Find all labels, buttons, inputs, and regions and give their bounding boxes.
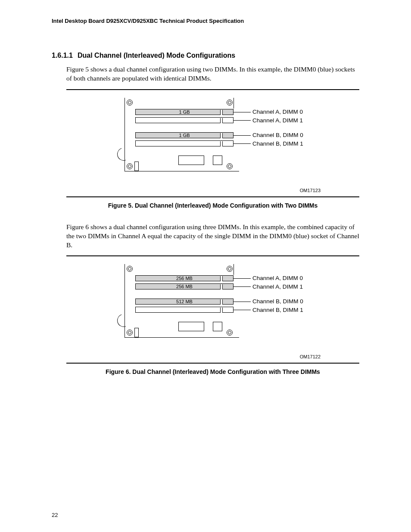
dimm-slot-a1: 256 MB xyxy=(135,283,234,289)
figure-id: OM17122 xyxy=(66,346,359,361)
dimm-slot-a0: 1 GB xyxy=(135,109,234,115)
slot-label: Channel A, DIMM 0 xyxy=(252,108,303,116)
slot-label: Channel A, DIMM 0 xyxy=(252,274,303,282)
paragraph-fig6-intro: Figure 6 shows a dual channel configurat… xyxy=(66,223,359,250)
section-number: 1.6.1.1 xyxy=(52,51,78,60)
figure-5-block: 1 GB 1 GB Channel A, DIMM 0 Channel A, D… xyxy=(66,89,359,197)
arc-icon xyxy=(115,312,132,330)
screw-icon xyxy=(227,266,233,272)
dimm-slot-a0: 256 MB xyxy=(135,275,234,281)
figure-6-caption: Figure 6. Dual Channel (Interleaved) Mod… xyxy=(66,368,359,376)
paragraph-fig5-intro: Figure 5 shows a dual channel configurat… xyxy=(66,65,359,83)
dimm-slot-a1 xyxy=(135,117,234,123)
screw-icon xyxy=(227,100,233,106)
page-header: Intel Desktop Board D925XCV/D925XBC Tech… xyxy=(52,17,359,25)
figure-5-diagram: 1 GB 1 GB Channel A, DIMM 0 Channel A, D… xyxy=(84,93,342,180)
section-title: Dual Channel (Interleaved) Mode Configur… xyxy=(78,52,235,59)
dimm-slot-b1 xyxy=(135,307,234,313)
screw-icon xyxy=(127,266,133,272)
screw-icon xyxy=(227,330,233,336)
slot-label: Channel B, DIMM 1 xyxy=(252,140,303,148)
screw-icon xyxy=(127,100,133,106)
screw-icon xyxy=(227,163,233,169)
slot-label: Channel B, DIMM 1 xyxy=(252,306,303,314)
dimm-slot-b1 xyxy=(135,140,234,146)
screw-icon xyxy=(127,163,133,169)
arc-icon xyxy=(115,146,132,163)
slot-label: Channel A, DIMM 1 xyxy=(252,117,303,124)
dimm-slot-b0: 512 MB xyxy=(135,299,234,305)
figure-6-block: 256 MB 256 MB 512 MB Channel A, DIMM 0 C… xyxy=(66,255,359,364)
figure-5-caption: Figure 5. Dual Channel (Interleaved) Mod… xyxy=(66,202,359,210)
slot-label: Channel A, DIMM 1 xyxy=(252,283,303,291)
figure-id: OM17123 xyxy=(66,180,359,195)
section-heading: 1.6.1.1Dual Channel (Interleaved) Mode C… xyxy=(52,51,359,60)
screw-icon xyxy=(127,330,133,336)
dimm-slot-b0: 1 GB xyxy=(135,132,234,138)
slot-label: Channel B, DIMM 0 xyxy=(252,298,303,305)
figure-6-diagram: 256 MB 256 MB 512 MB Channel A, DIMM 0 C… xyxy=(84,260,342,346)
slot-label: Channel B, DIMM 0 xyxy=(252,131,303,139)
